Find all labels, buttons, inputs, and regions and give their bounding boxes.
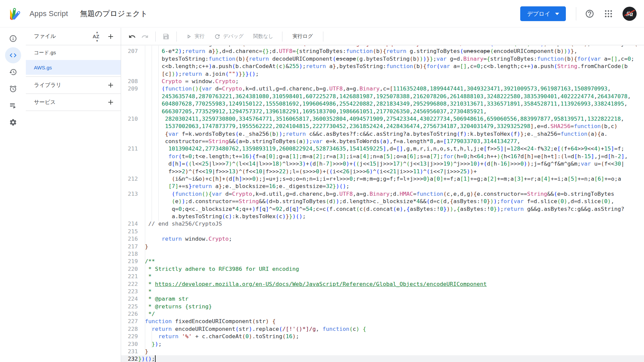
code-line-wrap[interactable]: for(t=0;t<e.length;t+=16){f=a[0];g=a[1];… [121,153,644,160]
code-line-219[interactable]: 219 /** [121,258,644,265]
code-text: a.bytesToString(c):k.bytesToHex(c)}})(); [138,213,306,220]
code-line-wrap[interactable]: c<b.length;c++)a.push(b.charCodeAt(c)&25… [121,63,644,70]
code-line-224[interactable]: 224 * @param str [121,295,644,303]
services-section: サービス [26,94,121,111]
code-editor[interactable]: 6*e%8>=8*a.length?b.push("ABCDEFGHIJKLMN… [121,46,644,362]
add-library-icon[interactable] [107,81,115,89]
code-line-wrap[interactable]: constructor==String&&(a=b.stringToBytes(… [121,138,644,145]
code-line-208[interactable]: 208 Crypto = window.Crypto; [121,78,644,85]
line-number: 230 [121,341,138,348]
sidebar-item-triggers[interactable] [5,81,21,97]
project-title[interactable]: 無題のプロジェクト [80,9,148,19]
line-number: 220 [121,265,138,273]
code-line-wrap[interactable]: 666307205,773529912,1294757372,139618229… [121,108,644,115]
doc-link: https://developer.mozilla.org/en-US/docs… [155,281,487,287]
code-line-229[interactable]: 229 return '%' + c.charCodeAt(0).toStrin… [121,333,644,340]
code-line-225[interactable]: 225 * @returns {string} [121,303,644,310]
code-text: return '%' + c.charCodeAt(0).toString(16… [138,333,299,340]
code-line-211[interactable]: 211 1013904242,2773480762,1359893119,260… [121,145,644,153]
code-line-231[interactable]: 231 } [121,348,644,355]
code-line-230[interactable]: 230 }); [121,341,644,348]
code-line-220[interactable]: 220 * Strictly adhere to RFC3986 for URI… [121,265,644,273]
code-line-227[interactable]: 227 function fixedEncodeURIComponent(str… [121,318,644,325]
sidebar-item-executions[interactable] [5,98,21,114]
help-icon[interactable] [585,9,594,18]
line-number: 214 [121,220,138,228]
function-select[interactable]: 関数なし [248,33,278,40]
file-item-aws-gs[interactable]: AWS.gs [26,60,121,75]
code-text: return encodeURIComponent(str).replace(/… [138,325,366,333]
line-number: 223 [121,288,138,295]
code-line-215[interactable]: 215 [121,228,644,235]
line-number: 218 [121,250,138,258]
code-text: for(t=0;t<e.length;t+=16){f=a[0];g=a[1];… [138,153,628,160]
code-line-wrap[interactable]: d[h]=((l<<25|l>>>7)^(l<<14|l>>>18)^l>>>3… [121,160,644,168]
sidebar-item-editor[interactable] [5,47,21,63]
code-text: return window.Crypto; [138,235,232,243]
save-icon [162,33,170,40]
code-line-218[interactable]: 218 [121,250,644,258]
code-text: (i&n^~i&o)+c[h]+(d[h]>>>0);j=u+j;s=o;o=n… [138,175,621,183]
code-line-wrap[interactable]: a.bytesToString(c):k.bytesToHex(c)}})(); [121,213,644,220]
code-line-wrap[interactable]: f>>>2)^(f<<19|f>>>13)^(f<<10|f>>>22);l=(… [121,168,644,175]
code-text: 1537002063,1747873779,1955562222,2024104… [138,123,618,130]
file-item-code-gs[interactable]: コード.gs [26,45,121,60]
code-line-wrap[interactable]: [c]));return a.join("")}}}(); [121,70,644,78]
executions-icon [9,102,17,110]
file-panel: ファイル AZ▲▼ コード.gs AWS.gs ライブラリ サービス [26,28,121,362]
code-line-209[interactable]: 209 (function(){var d=Crypto,k=d.util,g=… [121,85,644,93]
code-line-228[interactable]: 228 return encodeURIComponent(str).repla… [121,325,644,333]
line-number [121,63,138,70]
code-text: } [138,243,148,250]
redo-icon [141,33,149,40]
code-line-217[interactable]: 217 } [121,243,644,250]
code-line-wrap[interactable]: [7]+=s}return a};e._blocksize=16;e._dige… [121,183,644,190]
code-text: * @returns {string} [138,303,212,310]
code-line-wrap[interactable]: (e));d.constructor==String&&(d=b.stringT… [121,198,644,205]
code-line-wrap[interactable]: 604807628,770255983,1249150122,155508169… [121,100,644,108]
add-file-icon[interactable] [107,33,115,41]
code-line-wrap[interactable]: {var f=k.wordsToBytes(e._sha256(b));retu… [121,130,644,138]
save-button[interactable] [160,30,172,43]
toolbar-divider [155,32,156,42]
code-line-wrap[interactable]: 2453635748,2870763221,3624381080,3105984… [121,93,644,100]
code-line-216[interactable]: 216 return window.Crypto; [121,235,644,243]
avatar[interactable]: #a [623,7,637,21]
code-line-214[interactable]: 214 // end sha256/CryptoJS [121,220,644,228]
deploy-button[interactable]: デプロイ [520,6,566,21]
run-button[interactable]: 実行 [181,33,209,40]
sort-az-icon[interactable]: AZ▲▼ [93,34,99,39]
code-line-221[interactable]: 221 * [121,273,644,280]
code-line-223[interactable]: 223 * [121,288,644,295]
line-number: 209 [121,85,138,93]
line-number: 215 [121,228,138,235]
code-line-226[interactable]: 226 */ [121,310,644,318]
code-text: d[h]=((l<<25|l>>>7)^(l<<14|l>>>18)^l>>>3… [138,160,625,168]
execution-log-button[interactable]: 実行ログ [286,33,319,40]
code-line-wrap[interactable]: bytesToString:function(b){return decodeU… [121,55,644,63]
undo-button[interactable] [126,30,139,43]
debug-button[interactable]: デバッグ [209,33,248,40]
line-number: 224 [121,295,138,303]
code-line-222[interactable]: 222 * https://developer.mozilla.org/en-U… [121,281,644,288]
code-line-207[interactable]: 207 6-e*2);return a}},d=d.charenc={};d.U… [121,48,644,55]
sidebar-item-history[interactable] [5,64,21,80]
apps-script-logo-icon [10,6,25,21]
code-text: [7]+=s}return a};e._blocksize=16;e._dige… [138,183,350,190]
line-number: 213 [121,190,138,198]
code-line-wrap[interactable]: 1537002063,1747873779,1955562222,2024104… [121,123,644,130]
line-number: 212 [121,175,138,183]
add-service-icon[interactable] [107,98,115,106]
code-line-210[interactable]: 210 2820302411,3259730800,3345764771,351… [121,115,644,123]
toolbar-divider [323,32,323,42]
sidebar-item-settings[interactable] [5,114,21,130]
sidebar-item-overview[interactable] [5,31,21,47]
code-line-232[interactable]: 232})(); [121,355,644,362]
apps-grid-icon[interactable] [604,9,613,18]
code-text: // end sha256/CryptoJS [138,220,222,228]
line-number: 207 [121,48,138,55]
code-line-213[interactable]: 213 (function(){var d=Crypto,k=d.util,g=… [121,190,644,198]
code-line-212[interactable]: 212 (i&n^~i&o)+c[h]+(d[h]>>>0);j=u+j;s=o… [121,175,644,183]
redo-button[interactable] [139,30,151,43]
code-line-wrap[interactable]: q=0;q<c._blocksize*4;q++)f[q]^=92,d[q]^=… [121,205,644,213]
